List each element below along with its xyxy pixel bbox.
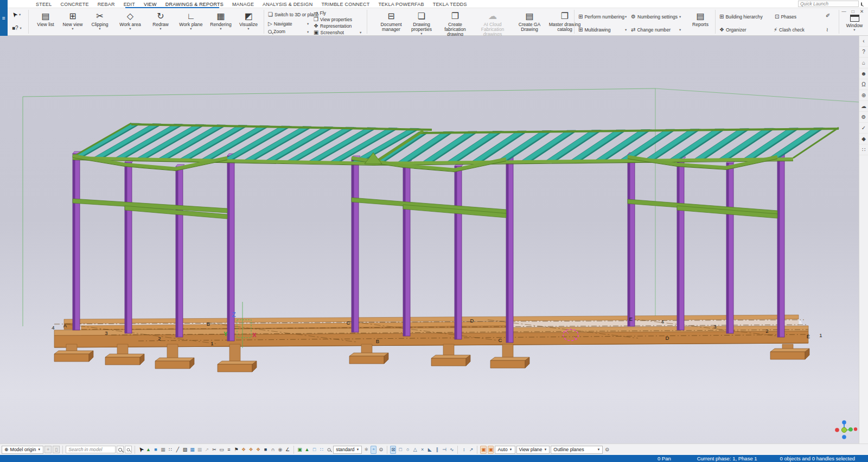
chevron-down-icon[interactable]: ▾ <box>58 27 87 30</box>
phases-button[interactable]: ⊡ Phases <box>775 14 796 20</box>
master-drawing-catalog-button[interactable]: ❐ Master drawing catalog <box>547 10 583 32</box>
perform-numbering-button[interactable]: ⊞ Perform numbering <box>578 14 624 20</box>
chevron-down-icon[interactable]: ▾ <box>625 15 627 19</box>
cloud-icon[interactable]: ☁ <box>859 101 868 112</box>
select-filter-points-icon[interactable]: ∷ <box>318 446 325 454</box>
drag-and-drop-icon[interactable]: ❄ <box>363 446 369 454</box>
select-details-icon[interactable]: ❖ <box>248 446 254 454</box>
quick-launch-input[interactable] <box>800 1 861 7</box>
work-area-button[interactable]: ◇ Work area ▾ <box>116 10 145 30</box>
snap-depth-icon[interactable]: ▣ <box>488 446 494 454</box>
tab-tekla-tedds[interactable]: TEKLA TEDDS <box>429 2 471 7</box>
outline-planes-dropdown[interactable]: Outline planes ▼ <box>551 446 603 454</box>
chevron-down-icon[interactable]: ▾ <box>116 27 145 30</box>
collapse-pane-icon[interactable]: ‹ <box>859 36 868 47</box>
tab-edit[interactable]: EDIT <box>119 2 139 7</box>
search-button[interactable] <box>117 446 124 453</box>
chevron-down-icon[interactable]: ▾ <box>20 26 22 30</box>
clash-check-button[interactable]: ⚡ Clash check <box>774 27 805 33</box>
chevron-down-icon[interactable]: ▾ <box>360 30 361 35</box>
walk-tool-button[interactable]: ≀ <box>826 27 828 33</box>
snap-geometry-points-icon[interactable]: □ <box>397 446 404 454</box>
switch-3d-plane-button[interactable]: ❏ Switch to 3D or plane <box>268 11 319 17</box>
chevron-down-icon[interactable]: ▾ <box>146 27 175 30</box>
status-check-icon[interactable]: ✓ <box>859 123 868 134</box>
select-welds-icon[interactable]: ↗ <box>204 446 210 454</box>
select-views-icon[interactable]: ▭ <box>219 446 225 454</box>
select-parts-icon[interactable]: ╱ <box>175 446 181 454</box>
select-single-bolts-icon[interactable]: ◉ <box>277 446 284 454</box>
snap-plane-icon[interactable]: ▣ <box>480 446 487 454</box>
numbering-settings-button[interactable]: ⚙ Numbering settings <box>631 14 678 20</box>
context-help-icon[interactable]: ? <box>859 47 868 58</box>
redraw-button[interactable]: ↻ Redraw ▾ <box>146 10 175 30</box>
chevron-down-icon[interactable]: ▾ <box>307 22 309 26</box>
plane-visibility-eye-icon[interactable]: ⊙ <box>604 446 610 454</box>
building-hierarchy-button[interactable]: ⊞ Building hierarchy <box>719 14 763 20</box>
screenshot-button[interactable]: ▣ Screenshot <box>314 29 344 35</box>
tab-manage[interactable]: MANAGE <box>228 2 258 7</box>
select-all-icon[interactable]: ➤ <box>138 446 144 454</box>
select-seams-icon[interactable]: ❖ <box>255 446 261 454</box>
rendering-button[interactable]: ▦ Rendering ▾ <box>206 10 235 30</box>
drawing-properties-button[interactable]: ❏ Drawing properties ▾ <box>404 10 439 35</box>
organizer-button[interactable]: ❖ Organizer <box>719 27 746 33</box>
settings-gear-icon[interactable]: ⚙ <box>859 112 868 123</box>
ai-cloud-fabrication-button[interactable]: ☁ AI Cloud Fabrication drawings <box>475 10 510 37</box>
view-properties-button[interactable]: ❐ View properties <box>314 16 352 22</box>
select-connections-icon[interactable]: ❖ <box>240 446 247 454</box>
learning-icon[interactable]: ⌂ <box>859 58 868 68</box>
model-viewport[interactable]: Z Y X A B C D E 4 3 2 1 4 3 2 1 B C D <box>0 36 859 444</box>
smart-select-icon[interactable]: ⚬ <box>371 446 377 454</box>
chevron-down-icon[interactable]: ▾ <box>679 15 681 19</box>
zoom-button[interactable]: Zoom <box>268 29 285 34</box>
select-fittings-icon[interactable]: ≡ <box>226 446 232 454</box>
navigate-button[interactable]: ▷ Navigate <box>268 21 292 27</box>
create-ga-drawing-button[interactable]: ▤ Create GA Drawing <box>512 10 547 32</box>
add-origin-button[interactable]: + <box>44 446 52 453</box>
model-3d-view[interactable]: Z Y X A B C D E 4 3 2 1 4 3 2 1 B C D <box>0 36 859 444</box>
tab-view[interactable]: VIEW <box>139 2 161 7</box>
chevron-down-icon[interactable]: ▾ <box>679 28 681 32</box>
selection-filter-dropdown[interactable]: standard ▼ <box>333 446 362 454</box>
select-by-filter-icon[interactable] <box>326 446 333 454</box>
tab-tekla-powerfab[interactable]: TEKLA POWERFAB <box>374 2 428 7</box>
window-button[interactable]: Window ▾ <box>840 12 868 31</box>
select-plates-icon[interactable]: ■ <box>263 446 269 454</box>
snap-nearest-icon[interactable]: ∿ <box>449 446 455 454</box>
model-search-input[interactable] <box>66 446 116 453</box>
search-options-button[interactable] <box>125 446 132 453</box>
steel-columns[interactable] <box>73 151 786 343</box>
apps-grid-icon[interactable]: ∷ <box>859 144 868 155</box>
snap-circles-icon[interactable]: ○ <box>405 446 411 454</box>
select-objects-in-components-icon[interactable]: ■ <box>152 446 159 454</box>
select-reinforcement-icon[interactable]: ∠ <box>284 446 291 454</box>
chevron-down-icon[interactable]: ▾ <box>206 27 235 30</box>
model-cube-icon[interactable]: ◆ <box>859 134 868 144</box>
chevron-down-icon[interactable]: ▾ <box>176 27 206 30</box>
reports-button[interactable]: ▤ Reports <box>686 10 715 27</box>
select-points-icon[interactable]: ∷ <box>167 446 174 454</box>
app-menu-button[interactable]: ≡ <box>0 0 8 36</box>
chevron-down-icon[interactable]: ▾ <box>307 30 309 34</box>
multidrawing-button[interactable]: ⊞ Multidrawing <box>578 27 611 33</box>
select-surfaces-icon[interactable]: ▧ <box>182 446 188 454</box>
chevron-down-icon[interactable]: ▾ <box>840 28 868 31</box>
chevron-down-icon[interactable]: ▾ <box>85 27 114 30</box>
select-grid-lines-icon[interactable]: ▦ <box>196 446 203 454</box>
select-filter-objects-icon[interactable]: ▣ <box>297 446 303 454</box>
select-cuts-icon[interactable]: ✂ <box>211 446 218 454</box>
maximize-button[interactable]: □ <box>852 9 854 14</box>
change-number-button[interactable]: ⇄ Change number <box>631 27 671 33</box>
snap-ortho-icon[interactable]: ↕ <box>461 446 467 454</box>
clipping-button[interactable]: ✂ Clipping ▾ <box>85 10 114 30</box>
notifications-bell-icon[interactable]: Ω <box>859 79 868 90</box>
new-view-button[interactable]: ⊞ New view ▾ <box>58 10 87 30</box>
chevron-down-icon[interactable]: ▾ <box>625 28 627 32</box>
tab-concrete[interactable]: CONCRETE <box>56 2 93 7</box>
snap-direction-icon[interactable]: ↗ <box>468 446 475 454</box>
origin-selector[interactable]: ⊕ Model origin ▼ <box>2 446 43 454</box>
tab-rebar[interactable]: REBAR <box>93 2 119 7</box>
snap-perpendicular-icon[interactable]: ◣ <box>426 446 433 454</box>
tab-drawings-reports[interactable]: DRAWINGS & REPORTS <box>161 2 228 7</box>
